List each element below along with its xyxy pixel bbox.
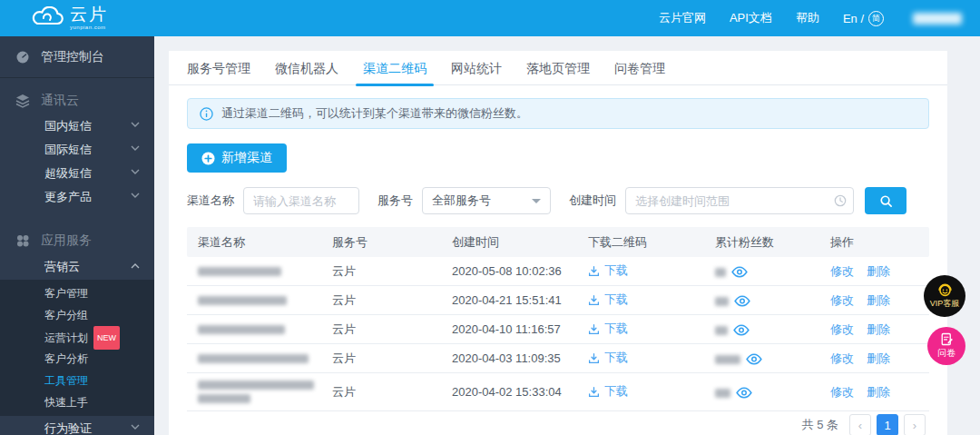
cell-created-time: 2020-05-08 10:02:36 bbox=[441, 264, 577, 278]
service-account-select[interactable]: 全部服务号 bbox=[422, 187, 551, 214]
sidebar-item-label: 国内短信 bbox=[44, 119, 92, 133]
delete-link[interactable]: 删除 bbox=[867, 292, 890, 309]
sidebar-group-marketing-cloud[interactable]: 营销云 bbox=[0, 254, 154, 280]
chevron-down-icon bbox=[131, 122, 140, 128]
sidebar-subitem-customer-mgmt[interactable]: 客户管理 bbox=[0, 282, 154, 304]
sidebar-subitem-customer-analysis[interactable]: 客户分析 bbox=[0, 348, 154, 370]
delete-link[interactable]: 删除 bbox=[867, 384, 890, 400]
main-area: 服务号管理 微信机器人 渠道二维码 网站统计 落地页管理 问卷管理 通过渠道二维… bbox=[154, 36, 980, 435]
sidebar-subitem-quick-start[interactable]: 快速上手 bbox=[0, 391, 154, 413]
vip-support-label: VIP客服 bbox=[930, 298, 960, 310]
redacted-fans-count bbox=[715, 297, 729, 306]
add-channel-label: 新增渠道 bbox=[221, 150, 272, 166]
delete-link[interactable]: 删除 bbox=[867, 263, 890, 280]
brand-name: 云片 bbox=[70, 5, 108, 24]
download-label: 下载 bbox=[604, 292, 628, 308]
language-badge[interactable]: 简 bbox=[868, 11, 884, 26]
tab-site-stats[interactable]: 网站统计 bbox=[451, 51, 502, 85]
top-nav-official-site[interactable]: 云片官网 bbox=[659, 10, 706, 26]
channel-name-input[interactable] bbox=[243, 187, 359, 214]
sidebar-subitem-label: 运营计划 bbox=[44, 331, 88, 344]
sidebar-subitem-tool-mgmt-active[interactable]: 工具管理 bbox=[0, 370, 154, 391]
view-fans-eye-icon[interactable] bbox=[731, 266, 748, 278]
language-switcher[interactable]: En / 简 bbox=[843, 11, 884, 26]
content-card: 服务号管理 微信机器人 渠道二维码 网站统计 落地页管理 问卷管理 通过渠道二维… bbox=[169, 51, 947, 435]
download-qrcode-link[interactable]: 下载 bbox=[588, 350, 628, 366]
tab-landing-page-mgmt[interactable]: 落地页管理 bbox=[526, 51, 590, 85]
download-qrcode-link[interactable]: 下载 bbox=[588, 292, 628, 308]
delete-link[interactable]: 删除 bbox=[867, 321, 890, 338]
chevron-down-icon bbox=[131, 169, 140, 175]
pagination-next-button[interactable]: › bbox=[904, 414, 926, 435]
username-redacted[interactable] bbox=[913, 13, 962, 25]
sidebar-item-behavior-verification[interactable]: 行为验证 bbox=[0, 416, 154, 435]
redacted-channel-name bbox=[198, 394, 250, 403]
sidebar-subitem-label: 客户分析 bbox=[44, 352, 88, 365]
sidebar-section-label: 应用服务 bbox=[41, 232, 92, 249]
edit-link[interactable]: 修改 bbox=[830, 292, 854, 309]
table-header-row: 渠道名称 服务号 创建时间 下载二维码 累计粉丝数 操作 bbox=[187, 227, 929, 257]
caret-down-icon bbox=[532, 199, 541, 203]
sidebar-item-domestic-sms[interactable]: 国内短信 bbox=[0, 114, 154, 138]
tab-wechat-robot[interactable]: 微信机器人 bbox=[275, 51, 338, 85]
sidebar-section-communication[interactable]: 通讯云 bbox=[0, 78, 154, 114]
download-qrcode-link[interactable]: 下载 bbox=[588, 262, 628, 279]
edit-link[interactable]: 修改 bbox=[830, 263, 854, 280]
create-time-range-picker[interactable] bbox=[625, 187, 854, 214]
survey-floating-button[interactable]: 问卷 bbox=[927, 327, 965, 365]
dashboard-gauge-icon bbox=[15, 50, 30, 64]
redacted-channel-name bbox=[198, 267, 281, 276]
sidebar-item-label: 行为验证 bbox=[44, 421, 92, 435]
cell-service-account: 云片 bbox=[321, 321, 441, 338]
sidebar-section-app-services[interactable]: 应用服务 bbox=[0, 209, 154, 254]
add-channel-button[interactable]: 新增渠道 bbox=[187, 143, 287, 173]
view-fans-eye-icon[interactable] bbox=[733, 324, 750, 336]
chevron-up-icon bbox=[131, 262, 140, 269]
tab-service-account-mgmt[interactable]: 服务号管理 bbox=[187, 51, 250, 85]
chevron-down-icon bbox=[131, 193, 140, 199]
cell-service-account: 云片 bbox=[321, 263, 441, 280]
create-time-input[interactable] bbox=[625, 187, 854, 214]
delete-link[interactable]: 删除 bbox=[867, 351, 890, 367]
pagination: 共 5 条 ‹ 1 › bbox=[187, 414, 929, 435]
search-button[interactable] bbox=[865, 187, 906, 214]
download-label: 下载 bbox=[604, 350, 628, 366]
tab-survey-mgmt[interactable]: 问卷管理 bbox=[614, 51, 665, 85]
download-qrcode-link[interactable]: 下载 bbox=[588, 383, 628, 400]
download-qrcode-link[interactable]: 下载 bbox=[588, 321, 628, 337]
search-icon bbox=[879, 194, 893, 208]
vip-support-floating-button[interactable]: VIP客服 bbox=[924, 275, 965, 317]
edit-link[interactable]: 修改 bbox=[830, 384, 854, 400]
tab-channel-qrcode-active[interactable]: 渠道二维码 bbox=[363, 51, 426, 85]
sidebar-item-intl-sms[interactable]: 国际短信 bbox=[0, 138, 154, 162]
top-nav-api-docs[interactable]: API文档 bbox=[730, 10, 772, 26]
cell-service-account: 云片 bbox=[321, 351, 441, 367]
sidebar-item-console[interactable]: 管理控制台 bbox=[0, 36, 154, 78]
pagination-prev-button[interactable]: ‹ bbox=[849, 414, 871, 435]
card-body: 通过渠道二维码，可以统计到某个渠道带来的微信粉丝数。 新增渠道 渠道名称 服务号 bbox=[169, 85, 947, 435]
app-grid-icon bbox=[15, 233, 30, 248]
download-icon bbox=[588, 323, 600, 335]
edit-link[interactable]: 修改 bbox=[830, 351, 854, 367]
sidebar-subitem-operation-plan[interactable]: 运营计划NEW bbox=[0, 326, 154, 348]
redacted-fans-count bbox=[715, 326, 728, 335]
sidebar-item-more-products[interactable]: 更多产品 bbox=[0, 185, 154, 209]
vip-headset-smiley-icon bbox=[936, 282, 954, 297]
tab-bar: 服务号管理 微信机器人 渠道二维码 网站统计 落地页管理 问卷管理 bbox=[169, 51, 947, 85]
sidebar-subitem-customer-groups[interactable]: 客户分组 bbox=[0, 304, 154, 326]
redacted-fans-count bbox=[715, 268, 726, 277]
chevron-down-icon bbox=[131, 424, 140, 430]
new-badge: NEW bbox=[93, 326, 120, 350]
sidebar-item-super-sms[interactable]: 超级短信 bbox=[0, 162, 154, 185]
cell-created-time: 2020-04-10 11:16:57 bbox=[441, 322, 577, 336]
view-fans-eye-icon[interactable] bbox=[746, 353, 762, 365]
brand-logo[interactable]: 云片 yunpian.com bbox=[31, 6, 108, 30]
sidebar-subitem-label: 工具管理 bbox=[44, 374, 88, 387]
top-nav-help[interactable]: 帮助 bbox=[796, 10, 819, 26]
sidebar-group-label: 营销云 bbox=[44, 260, 80, 273]
info-banner-text: 通过渠道二维码，可以统计到某个渠道带来的微信粉丝数。 bbox=[221, 105, 528, 122]
edit-link[interactable]: 修改 bbox=[830, 321, 854, 338]
pagination-page-1[interactable]: 1 bbox=[877, 414, 898, 435]
view-fans-eye-icon[interactable] bbox=[734, 295, 750, 307]
view-fans-eye-icon[interactable] bbox=[736, 387, 752, 399]
